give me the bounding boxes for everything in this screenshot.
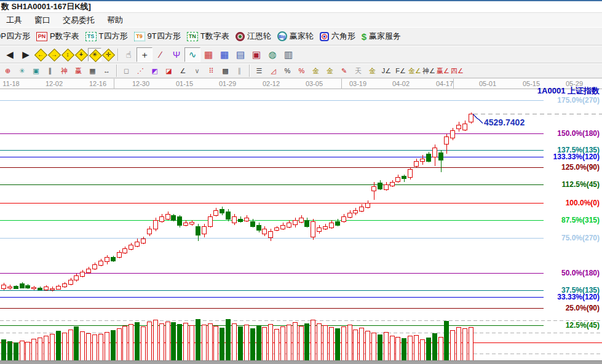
print-icon[interactable]: ▥ [280, 47, 296, 62]
ruler-grid-icon[interactable]: ▦ [85, 65, 100, 77]
candle-body [99, 261, 103, 265]
gold-angle-icon[interactable]: 金∠ [408, 65, 422, 77]
title-bar: 数 SH1A0001-167日K线] [0, 0, 602, 12]
hand-tool-icon[interactable]: ☝ [121, 47, 137, 62]
date-tick-3: 12-30 [132, 80, 149, 87]
candle-body [239, 219, 243, 221]
menu-item-3[interactable]: 帮助 [101, 14, 129, 27]
volume-bar [81, 331, 85, 360]
f-angle-icon[interactable]: F∠ [394, 65, 408, 77]
volume-bar [208, 323, 213, 360]
gann-spiral-icon[interactable]: ▣ [29, 65, 43, 77]
axis-separator [453, 79, 454, 89]
toolbar-separator [249, 65, 250, 77]
big-wheel-icon: Big [277, 31, 287, 41]
percent-triangle-icon[interactable]: ◿ [266, 65, 280, 77]
level-label: 75.0%(270) [561, 234, 600, 242]
percent-icon[interactable]: % [280, 65, 295, 77]
candle-body [226, 212, 231, 219]
date-tick-1: 12-02 [46, 80, 63, 87]
candle-body [32, 287, 36, 288]
volume-bar [342, 326, 346, 360]
candle-body [111, 257, 116, 261]
web-export-icon[interactable]: ◍ [264, 47, 280, 62]
candle-body [445, 136, 449, 144]
brush-icon[interactable]: ✎ [337, 65, 351, 77]
volume-bar [93, 334, 97, 360]
volume-bar [439, 337, 443, 360]
tian-lines-icon[interactable]: 天 [351, 65, 365, 77]
ying-angle-icon[interactable]: 赢∠ [436, 65, 450, 77]
volume-bar [239, 326, 243, 360]
gann-diamond-left-icon[interactable]: ← [34, 48, 47, 61]
candle-body [402, 176, 406, 178]
chart-area[interactable]: 175.0%(270)150.0%(180)137.5%(135)133.33%… [0, 89, 602, 364]
crosshair-tool-icon[interactable]: ＋ [137, 47, 152, 62]
toolbar-item-9t-square[interactable]: T99T四方形 [134, 31, 181, 42]
gann-star-icon[interactable]: ✳ [15, 65, 29, 77]
menu-item-2[interactable]: 交易委托 [57, 14, 101, 27]
candle-body [263, 229, 267, 234]
date-tick-5: 01-29 [219, 80, 236, 87]
candle-body [336, 221, 340, 225]
volume-bar [293, 322, 298, 360]
wave-tool-icon[interactable]: ∿ [184, 47, 200, 62]
level-label: 25.0%(90) [566, 304, 600, 312]
gann-fan-icon[interactable]: ⋰ [133, 65, 148, 77]
calculator-icon[interactable]: ▦ [216, 47, 232, 62]
box-select-icon[interactable]: ◻ [119, 65, 133, 77]
gann-diamond-right-icon[interactable]: → [47, 48, 61, 61]
candle-body [8, 287, 12, 288]
notes-icon[interactable]: ▤ [232, 47, 248, 62]
gann-diamond-all-icon[interactable]: ✛ [101, 48, 115, 61]
gold-underline-icon[interactable]: 金 [365, 65, 379, 77]
shen-tool-icon[interactable]: 神 [57, 65, 71, 77]
toolbar-item-t-square[interactable]: TST四方形 [85, 31, 128, 42]
gann-circle-icon[interactable]: ⊕ [1, 65, 15, 77]
gold-lines-icon[interactable]: 金 [323, 65, 337, 77]
shen-angle-icon[interactable]: 神∠ [422, 65, 436, 77]
angle-set-icon[interactable]: ∠ [176, 65, 190, 77]
calendar-icon[interactable]: ▦ [200, 47, 216, 62]
bottom-scroll-strip[interactable] [0, 360, 602, 364]
dot-grid-icon[interactable]: ⠿ [204, 65, 218, 77]
gann-diamond-cross-icon[interactable]: + [74, 48, 88, 61]
trendline-tool-icon[interactable]: ∕ [152, 47, 168, 62]
angle-measure-icon[interactable]: ∥ [43, 65, 57, 77]
menu-item-1[interactable]: 窗口 [28, 14, 57, 27]
zigzag-icon[interactable]: ∨ [190, 65, 204, 77]
toolbar-item-9t-square-label: 9T四方形 [148, 31, 181, 42]
candle-body [190, 222, 194, 224]
volume-bar [348, 325, 352, 360]
parallel-lines-icon[interactable]: ∥ [232, 65, 247, 77]
fan-square-icon[interactable]: ◪ [162, 65, 176, 77]
toolbar-item-winner-service[interactable]: $赢家服务 [362, 31, 401, 42]
si-angle-icon[interactable]: 四∠ [450, 65, 464, 77]
kline-chart[interactable]: 175.0%(270)150.0%(180)137.5%(135)133.33%… [0, 89, 602, 364]
level-label: 133.33%(120) [553, 152, 600, 161]
toolbar-item-p-table[interactable]: PNP数字表 [36, 31, 79, 42]
fan-box-icon[interactable]: ◩ [148, 65, 162, 77]
toolbar-item-9p-square[interactable]: 9P四方形 [0, 31, 30, 42]
five-percent-icon[interactable]: % [295, 65, 309, 77]
ying-tool-icon[interactable]: 赢 [71, 65, 85, 77]
volume-bar [196, 319, 200, 360]
gann-diamond-star-icon[interactable]: ✳ [88, 48, 101, 61]
pitchfork-tool-icon[interactable]: Ψ [168, 47, 184, 62]
width-measure-icon[interactable]: ↔ [100, 65, 114, 77]
toolbar-item-t-table[interactable]: TNT数字表 [187, 31, 229, 42]
save-icon[interactable]: ▣ [248, 47, 264, 62]
menu-item-0[interactable]: 工具 [0, 14, 28, 27]
toolbar-item-gann-wheel[interactable]: 江恩轮 [236, 31, 271, 42]
price-levels-icon[interactable]: ☰ [252, 65, 266, 77]
gold-circle-icon[interactable]: 金 [309, 65, 323, 77]
candle-body [178, 216, 182, 225]
toolbar-item-hexagon[interactable]: 六角形 [320, 31, 355, 42]
back-icon[interactable]: ◀ [2, 47, 18, 62]
gann-diamond-updown-icon[interactable]: ↕ [61, 48, 74, 61]
j-angle-icon[interactable]: J∠ [379, 65, 394, 77]
forward-icon[interactable]: ▶ [18, 47, 34, 62]
grid-arrow-icon[interactable]: ▩ [218, 65, 232, 77]
toolbar-item-winner-wheel[interactable]: Big赢家轮 [277, 31, 314, 42]
volume-bar [360, 328, 364, 360]
